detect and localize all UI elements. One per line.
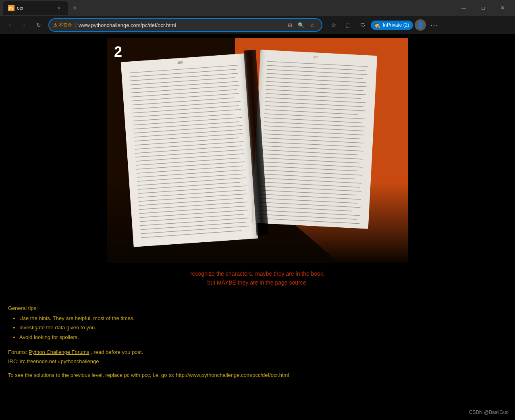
- search-tab-button[interactable]: 🔍: [296, 20, 306, 30]
- tips-title: General tips:: [8, 305, 499, 311]
- browser-essentials-button[interactable]: 🛡: [356, 19, 369, 31]
- address-input[interactable]: [79, 22, 282, 28]
- profile-icon: 👤: [417, 22, 424, 28]
- nav-right-controls: ☆ ⬚ 🛡 🕵 InPrivate (2) 👤 ···: [327, 19, 440, 31]
- address-separator: |: [75, 22, 76, 28]
- tips-list: Use the hints. They are helpful, most of…: [8, 314, 499, 342]
- tip-item-2: Investigate the data given to you.: [19, 323, 499, 332]
- window-controls: — □ ✕: [455, 2, 512, 15]
- forums-label: Forums:: [8, 349, 27, 355]
- browser-chrome: py ocr × + — □ ✕ ‹ › ↻ ⚠ 不安全 |: [0, 0, 515, 34]
- add-favorites-icon: ☆: [331, 21, 336, 29]
- svg-rect-45: [251, 50, 377, 229]
- book-number: 2: [114, 44, 122, 60]
- tip-item-1: Use the hints. They are helpful, most of…: [19, 314, 499, 323]
- tip-item-3: Avoid looking for spoilers.: [19, 333, 499, 342]
- solution-text: To see the solutions to the previous lev…: [8, 370, 507, 380]
- menu-button[interactable]: ···: [428, 19, 440, 31]
- forums-link[interactable]: Python Challenge Forums: [29, 349, 89, 355]
- nav-bar: ‹ › ↻ ⚠ 不安全 | ⊞ 🔍 ☆: [0, 16, 515, 34]
- warning-icon: ⚠: [53, 22, 58, 28]
- security-label: 不安全: [59, 22, 72, 28]
- shield-icon: 🛡: [360, 22, 365, 28]
- clue-text: recognize the characters. maybe they are…: [190, 269, 325, 287]
- forward-button[interactable]: ›: [18, 19, 31, 31]
- new-tab-button[interactable]: +: [69, 2, 81, 14]
- book-svg: 386: [107, 38, 408, 263]
- inprivate-icon: 🕵: [374, 22, 380, 28]
- address-bar[interactable]: ⚠ 不安全 | ⊞ 🔍 ☆: [48, 18, 322, 32]
- search-icon: 🔍: [298, 22, 304, 28]
- collections-icon: ⬚: [346, 22, 351, 28]
- add-favorites-button[interactable]: ☆: [327, 19, 340, 31]
- menu-icon: ···: [430, 21, 438, 29]
- split-tab-icon: ⊞: [288, 22, 292, 28]
- tab-close-button[interactable]: ×: [56, 4, 63, 12]
- favorites-star-button[interactable]: ☆: [307, 20, 318, 30]
- collections-button[interactable]: ⬚: [342, 19, 355, 31]
- tab-favicon: py: [8, 5, 15, 11]
- svg-text:386: 386: [177, 60, 183, 64]
- inprivate-button[interactable]: 🕵 InPrivate (2): [371, 21, 413, 30]
- page-content: 2 386: [0, 34, 515, 420]
- minimize-button[interactable]: —: [455, 2, 473, 15]
- back-button[interactable]: ‹: [3, 19, 16, 31]
- maximize-button[interactable]: □: [474, 2, 492, 15]
- address-actions: ⊞ 🔍 ☆: [284, 20, 318, 30]
- book-visual: 2 386: [107, 38, 408, 263]
- clue-line2: but MAYBE they are in the page source.: [190, 278, 325, 287]
- back-icon: ‹: [9, 22, 11, 28]
- forward-icon: ›: [23, 22, 25, 28]
- forums-section: Forums: Python Challenge Forums , read b…: [0, 342, 515, 366]
- close-window-button[interactable]: ✕: [493, 2, 512, 15]
- watermark: CSDN @BasilGuo: [469, 410, 509, 415]
- clue-line1: recognize the characters. maybe they are…: [190, 269, 325, 278]
- split-tab-button[interactable]: ⊞: [284, 20, 295, 30]
- inprivate-label: InPrivate (2): [383, 22, 409, 28]
- profile-button[interactable]: 👤: [415, 19, 426, 31]
- irc-text: IRC: irc.freenode.net #pythonchallenge: [8, 357, 507, 366]
- security-warning: ⚠ 不安全: [53, 22, 72, 28]
- book-image-container: 2 386: [107, 38, 408, 263]
- refresh-icon: ↻: [36, 22, 41, 28]
- tips-section: General tips: Use the hints. They are he…: [0, 297, 515, 342]
- solution-section: To see the solutions to the previous lev…: [0, 366, 515, 380]
- forums-text: Forums: Python Challenge Forums , read b…: [8, 347, 507, 357]
- star-icon: ☆: [310, 22, 315, 28]
- refresh-button[interactable]: ↻: [32, 19, 45, 31]
- svg-text:387: 387: [313, 55, 318, 59]
- active-tab[interactable]: py ocr ×: [3, 1, 68, 15]
- forums-suffix: , read before you post.: [91, 349, 143, 355]
- title-bar: py ocr × + — □ ✕: [0, 0, 515, 16]
- tab-title: ocr: [17, 5, 53, 11]
